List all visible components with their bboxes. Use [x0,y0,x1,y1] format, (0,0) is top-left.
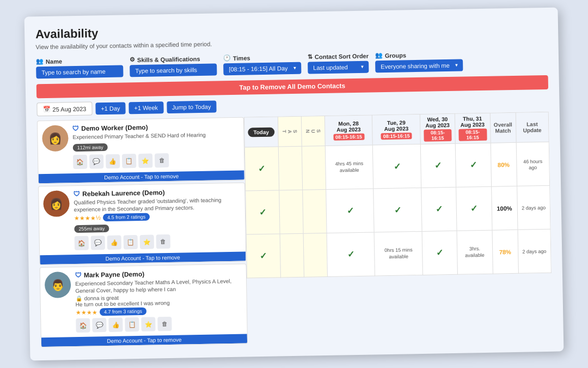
row2-thu: ✓ [456,186,492,231]
action-icons-1: 🏠 💬 👍 📋 ⭐ 🗑 [73,152,240,169]
sort-icon: ⇅ [308,53,313,60]
table-row-3: ✓ ✓ 0hrs 15 mins available ✓ 3hrs. avail… [246,229,551,278]
star-btn-3[interactable]: ⭐ [141,317,155,331]
name-search-input[interactable]: Type to search by name [36,65,123,79]
last-update-header: LastUpdate [516,112,549,142]
today-label: Today [248,127,274,137]
trash-btn-2[interactable]: 🗑 [156,234,170,249]
row1-sun [302,146,326,190]
row2-sat [279,190,303,234]
page-container: Availability View the availability of yo… [24,7,564,360]
rating-badge-3: 4.7 from 3 ratings [100,307,146,316]
skills-search-input[interactable]: Type to search by skills [130,63,217,77]
thumb-btn-3[interactable]: 👍 [108,318,122,332]
calendar-icon: 📅 [42,106,50,113]
home-btn-1[interactable]: 🏠 [73,155,87,169]
sort-filter-label: ⇅ Contact Sort Order [308,52,369,61]
shield-icon-1: 🛡 [72,125,79,132]
contact-card-3: 👨 🛡 Mark Payne (Demo) Experienced Second… [40,264,248,348]
contact-inner-3: 👨 🛡 Mark Payne (Demo) Experienced Second… [40,264,247,338]
times-select[interactable]: [08:15 - 16:15] All Day [223,62,301,75]
row2-sun [302,189,326,233]
contact-info-3: 🛡 Mark Payne (Demo) Experienced Secondar… [75,269,243,333]
copy-btn-1[interactable]: 📋 [122,154,136,168]
times-filter-group: 🕐 Times [08:15 - 16:15] All Day [223,53,302,75]
shield-icon-3: 🛡 [75,272,82,279]
skills-filter-label: ⚙ Skills & Qualifications [130,55,217,63]
contact-inner-2: 👩 🛡 Rebekah Laurence (Demo) Qualified Ph… [39,183,246,256]
plus-1-week-button[interactable]: +1 Week [128,101,163,114]
distance-badge-2: 255mi away [74,225,109,233]
row1-today: ✓ [244,147,279,191]
chat-btn-2[interactable]: 💬 [91,236,105,250]
sat-header: SAT [278,116,302,147]
contact-inner-1: 👩 🛡 Demo Worker (Demo) Experienced Prima… [38,118,244,174]
contacts-panel: 👩 🛡 Demo Worker (Demo) Experienced Prima… [37,117,248,350]
thu-header: Thu, 31 Aug 2023 08:15-16:15 [455,113,491,143]
sort-select-wrapper: Last updated [308,61,369,74]
row2-overall: 100% [491,186,517,230]
row1-mon: 4hrs 45 mins available [325,145,373,190]
clock-icon: 🕐 [223,55,231,62]
star-btn-1[interactable]: ⭐ [138,154,152,168]
gear-icon: ⚙ [130,56,135,63]
copy-btn-3[interactable]: 📋 [125,317,139,331]
row3-overall: 78% [492,230,518,274]
row1-wed: ✓ [420,143,456,188]
shield-icon-2: 🛡 [74,190,80,198]
star-btn-2[interactable]: ⭐ [140,235,154,249]
action-icons-3: 🏠 💬 👍 📋 ⭐ 🗑 [76,316,242,333]
trash-btn-1[interactable]: 🗑 [155,153,169,167]
groups-icon: 👥 [375,52,383,59]
chat-btn-3[interactable]: 💬 [92,318,106,332]
wed-header: Wed, 30 Aug 2023 08:15-16:15 [420,113,455,144]
row1-tue: ✓ [373,144,421,189]
row3-sat [280,233,304,277]
contact-card-1: 👩 🛡 Demo Worker (Demo) Experienced Prima… [37,117,245,184]
name-filter-group: 👥 Name Type to search by name [36,56,124,79]
availability-table: Today SAT SUN Mon, 28 Aug 2023 08:15-16:… [244,112,552,279]
sun-header: SUN [301,116,325,147]
plus-1-day-button[interactable]: +1 Day [95,102,126,114]
chat-btn-1[interactable]: 💬 [89,154,103,168]
table-row-2: ✓ ✓ ✓ ✓ ✓ 100% 2 days ago [246,185,550,234]
row3-tue: 0hrs 15 mins available [374,231,422,276]
today-header: Today [244,117,278,147]
sort-select[interactable]: Last updated [308,61,369,74]
date-picker-button[interactable]: 📅 25 Aug 2023 [36,101,92,116]
trash-btn-3[interactable]: 🗑 [157,317,171,331]
main-content: 👩 🛡 Demo Worker (Demo) Experienced Prima… [37,112,553,349]
jump-to-today-button[interactable]: Jump to Today [167,100,217,113]
calendar-header-row: Today SAT SUN Mon, 28 Aug 2023 08:15-16:… [244,112,549,147]
times-filter-label: 🕐 Times [223,53,301,62]
copy-btn-2[interactable]: 📋 [124,235,138,249]
overall-match-header: OverallMatch [490,112,516,143]
row3-thu: 3hrs. available [457,230,493,274]
groups-filter-label: 👥 Groups [375,51,463,59]
thumb-btn-2[interactable]: 👍 [107,236,121,250]
row2-wed: ✓ [421,187,457,231]
home-btn-3[interactable]: 🏠 [76,318,90,333]
row2-lastupdate: 2 days ago [517,185,550,230]
action-icons-2: 🏠 💬 👍 📋 ⭐ 🗑 [75,233,241,250]
people-icon: 👥 [36,58,44,65]
stars-2: ★★★★½ [74,214,101,222]
filters-row: 👥 Name Type to search by name ⚙ Skills &… [36,49,548,79]
times-select-wrapper: [08:15 - 16:15] All Day [223,62,301,75]
avatar-2: 👩 [43,190,70,217]
contact-card-2: 👩 🛡 Rebekah Laurence (Demo) Qualified Ph… [38,183,246,266]
row2-mon: ✓ [326,189,374,233]
groups-filter-group: 👥 Groups Everyone sharing with me [375,51,463,73]
groups-select[interactable]: Everyone sharing with me [375,59,463,73]
row3-lastupdate: 2 days ago [518,229,552,273]
row1-sat [278,146,302,190]
mon-header: Mon, 28 Aug 2023 08:15-16:15 [324,115,373,146]
skills-filter-group: ⚙ Skills & Qualifications Type to search… [130,55,217,77]
row3-sun [303,233,327,277]
table-row-1: ✓ 4hrs 45 mins available ✓ ✓ ✓ 80% 46 ho… [244,142,549,191]
thumb-btn-1[interactable]: 👍 [106,154,120,168]
contact-info-1: 🛡 Demo Worker (Demo) Experienced Primary… [72,122,240,169]
home-btn-2[interactable]: 🏠 [75,236,89,250]
row2-today: ✓ [246,190,280,234]
calendar-panel: Today SAT SUN Mon, 28 Aug 2023 08:15-16:… [244,112,553,346]
